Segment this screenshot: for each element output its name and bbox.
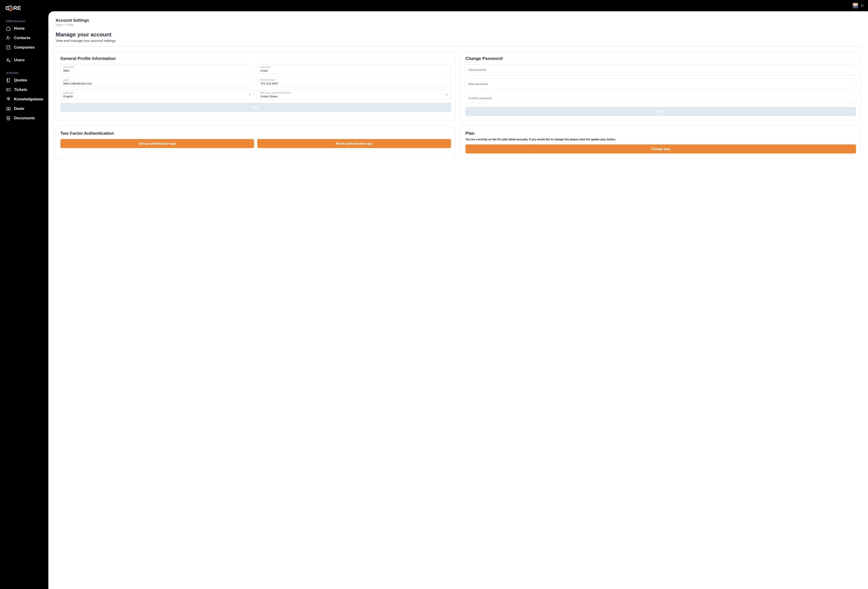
language-select[interactable]: Language English bbox=[61, 90, 254, 100]
profile-card-title: General Profile Information bbox=[61, 56, 451, 61]
sidebar-item-home[interactable]: Home bbox=[0, 24, 49, 33]
avatar[interactable] bbox=[853, 3, 858, 8]
old-password-field[interactable] bbox=[465, 64, 856, 75]
password-card-title: Change Password bbox=[465, 56, 856, 61]
sidebar-item-label: Contacts bbox=[14, 36, 31, 40]
sidebar-item-deals[interactable]: Deals bbox=[0, 104, 49, 114]
sidebar-item-label: Users bbox=[14, 58, 25, 62]
sidebar-item-quotes[interactable]: Quotes bbox=[0, 75, 49, 85]
knowledgebase-icon bbox=[6, 97, 11, 102]
svg-rect-7 bbox=[7, 46, 10, 50]
confirm-password-field[interactable] bbox=[465, 93, 856, 104]
sidebar-item-label: Home bbox=[14, 26, 25, 31]
sidebar-item-users[interactable]: Users bbox=[0, 55, 49, 65]
locale-value: United States bbox=[260, 95, 278, 98]
divider bbox=[56, 46, 861, 46]
topbar bbox=[49, 0, 868, 11]
sidebar-item-label: Knowledgebase bbox=[14, 97, 43, 102]
contacts-icon bbox=[6, 35, 11, 40]
plan-description: You are currently on the Pro plan billed… bbox=[465, 138, 856, 141]
breadcrumb: Home – Profile bbox=[56, 23, 861, 27]
email-input[interactable] bbox=[63, 82, 251, 85]
language-value: English bbox=[63, 95, 73, 98]
breadcrumb-home[interactable]: Home bbox=[56, 23, 63, 27]
twofa-card: Two Factor Authentication Set up authent… bbox=[56, 126, 456, 159]
section-subheading: View and manage your account settings bbox=[56, 38, 861, 43]
sidebar-item-knowledgebase[interactable]: Knowledgebase bbox=[0, 94, 49, 104]
plan-card: Plan You are currently on the Pro plan b… bbox=[461, 126, 861, 159]
content-area: Account Settings Home – Profile Manage y… bbox=[49, 11, 868, 589]
chevron-down-icon bbox=[248, 93, 252, 97]
new-password-field[interactable] bbox=[465, 78, 856, 90]
home-icon bbox=[6, 26, 11, 31]
brand-logo[interactable]: C RE bbox=[0, 3, 49, 16]
last-name-label: Last name bbox=[260, 66, 448, 68]
sidebar-item-companies[interactable]: Companies bbox=[0, 43, 49, 52]
first-name-input[interactable] bbox=[63, 69, 251, 72]
old-password-input[interactable] bbox=[466, 64, 856, 75]
sidebar-item-label: Deals bbox=[14, 106, 24, 111]
reset-authenticator-button[interactable]: Reset authenticator app bbox=[257, 139, 451, 148]
profile-card: General Profile Information First name L… bbox=[56, 51, 456, 121]
chevron-down-icon bbox=[445, 93, 449, 97]
locale-select[interactable]: Date, time, and number format United Sta… bbox=[257, 90, 451, 100]
svg-rect-10 bbox=[7, 78, 10, 82]
svg-text:RE: RE bbox=[13, 5, 21, 11]
page-title: Account Settings bbox=[56, 18, 861, 23]
phone-label: Phone number bbox=[260, 79, 448, 81]
phone-input[interactable] bbox=[260, 82, 448, 85]
deals-icon bbox=[6, 106, 11, 111]
svg-rect-15 bbox=[7, 119, 9, 120]
cards-grid: General Profile Information First name L… bbox=[56, 51, 861, 159]
last-name-field[interactable]: Last name bbox=[257, 64, 451, 74]
section-heading: Manage your account bbox=[56, 31, 861, 38]
documents-icon bbox=[6, 116, 11, 121]
tickets-icon bbox=[6, 87, 11, 92]
change-plan-button[interactable]: Change plan bbox=[465, 145, 856, 154]
sidebar: C RE CRM Records Home Contacts bbox=[0, 0, 49, 589]
twofa-card-title: Two Factor Authentication bbox=[61, 131, 451, 136]
confirm-password-input[interactable] bbox=[466, 93, 856, 103]
main-column: Account Settings Home – Profile Manage y… bbox=[49, 0, 868, 589]
sidebar-section-activities: Activities bbox=[0, 68, 49, 75]
sidebar-item-tickets[interactable]: Tickets bbox=[0, 85, 49, 94]
logout-icon[interactable] bbox=[861, 4, 864, 7]
email-field[interactable]: Email bbox=[61, 77, 254, 87]
svg-rect-11 bbox=[7, 89, 10, 91]
first-name-field[interactable]: First name bbox=[61, 64, 254, 74]
sidebar-item-label: Documents bbox=[14, 116, 35, 121]
quotes-icon bbox=[6, 78, 11, 83]
companies-icon bbox=[6, 45, 11, 50]
sidebar-item-label: Companies bbox=[14, 45, 35, 50]
plan-card-title: Plan bbox=[465, 131, 856, 136]
locale-label: Date, time, and number format bbox=[260, 92, 448, 94]
password-save-button[interactable]: Save bbox=[465, 107, 856, 116]
language-label: Language bbox=[63, 92, 251, 94]
email-label: Email bbox=[63, 79, 251, 81]
app-root: C RE CRM Records Home Contacts bbox=[0, 0, 868, 589]
svg-point-9 bbox=[9, 61, 10, 62]
svg-rect-13 bbox=[7, 108, 10, 110]
sidebar-item-label: Tickets bbox=[14, 87, 27, 92]
sidebar-item-documents[interactable]: Documents bbox=[0, 114, 49, 123]
last-name-input[interactable] bbox=[260, 69, 448, 72]
sidebar-item-contacts[interactable]: Contacts bbox=[0, 33, 49, 43]
breadcrumb-current: Profile bbox=[66, 23, 74, 27]
breadcrumb-sep: – bbox=[63, 23, 66, 27]
sidebar-section-crm: CRM Records bbox=[0, 16, 49, 24]
svg-point-6 bbox=[7, 36, 8, 38]
users-icon bbox=[6, 58, 11, 63]
new-password-input[interactable] bbox=[466, 79, 856, 89]
phone-field[interactable]: Phone number bbox=[257, 77, 451, 87]
first-name-label: First name bbox=[63, 66, 251, 68]
svg-point-14 bbox=[8, 108, 9, 109]
svg-point-8 bbox=[7, 59, 8, 60]
password-card: Change Password Save bbox=[461, 51, 861, 121]
profile-save-button[interactable]: Save bbox=[61, 103, 451, 112]
setup-authenticator-button[interactable]: Set up authenticator app bbox=[61, 139, 254, 148]
sidebar-item-label: Quotes bbox=[14, 78, 27, 83]
